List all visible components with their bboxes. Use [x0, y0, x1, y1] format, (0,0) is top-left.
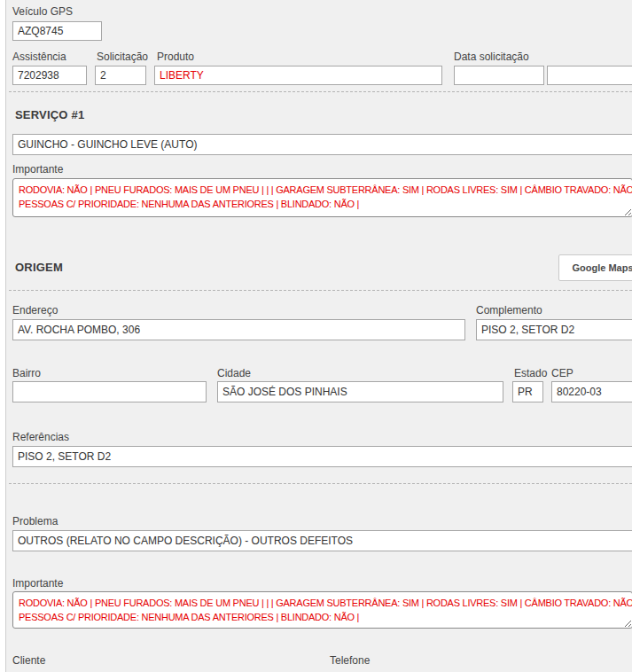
section-divider: [9, 290, 632, 291]
section-divider: [9, 91, 632, 92]
client-label: Cliente: [12, 654, 45, 667]
phone-label: Telefone: [330, 654, 370, 667]
city-label: Cidade: [217, 367, 251, 379]
origin-important-label: Importante: [12, 577, 63, 590]
product-label: Produto: [157, 51, 194, 63]
google-maps-button[interactable]: Google Maps: [558, 254, 632, 281]
problem-label: Problema: [12, 515, 58, 527]
origin-section-title: ORIGEM: [15, 261, 63, 274]
problem-input[interactable]: [12, 530, 632, 551]
address-label: Endereço: [12, 304, 58, 316]
product-input[interactable]: [154, 66, 442, 85]
service-important-label: Importante: [12, 163, 63, 176]
service-dispatch-form: Veículo GPS Assistência Solicitação Prod…: [0, 0, 632, 672]
assistance-label: Assistência: [12, 51, 66, 63]
service-section-title: SERVIÇO #1: [15, 108, 84, 121]
references-label: Referências: [12, 431, 69, 443]
vehicle-gps-label: Veículo GPS: [12, 5, 73, 18]
complement-input[interactable]: [476, 319, 632, 340]
zip-label: CEP: [551, 367, 573, 379]
assistance-input[interactable]: [12, 66, 87, 85]
solicitation-input[interactable]: [95, 66, 146, 85]
solicitation-label: Solicitação: [97, 51, 148, 63]
references-input[interactable]: [12, 446, 632, 467]
request-date-label: Data solicitação: [454, 51, 529, 63]
request-date-input-1[interactable]: [454, 66, 544, 85]
district-input[interactable]: [12, 381, 207, 402]
zip-input[interactable]: [551, 381, 632, 402]
origin-important-textarea[interactable]: RODOVIA: NÃO | PNEU FURADOS: MAIS DE UM …: [12, 591, 632, 629]
state-input[interactable]: [512, 381, 543, 402]
request-date-input-2[interactable]: [547, 66, 632, 85]
complement-label: Complemento: [476, 304, 542, 316]
state-label: Estado: [514, 367, 547, 379]
service-important-textarea[interactable]: RODOVIA: NÃO | PNEU FURADOS: MAIS DE UM …: [12, 178, 632, 217]
city-input[interactable]: [217, 381, 503, 402]
vehicle-gps-input[interactable]: [12, 21, 102, 41]
section-divider: [9, 483, 632, 484]
service-type-input[interactable]: [12, 134, 632, 155]
address-input[interactable]: [12, 319, 465, 340]
district-label: Bairro: [12, 367, 41, 379]
